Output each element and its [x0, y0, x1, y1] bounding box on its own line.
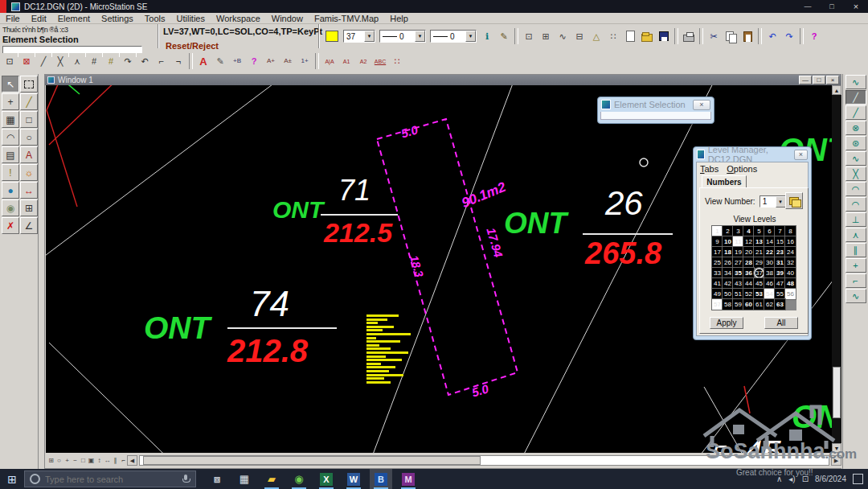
arc-mid-button[interactable]: ◠: [845, 197, 866, 212]
menu-item-window[interactable]: Window: [266, 14, 309, 23]
arc-ccw-button[interactable]: ↶: [137, 53, 153, 69]
view-control-icon[interactable]: ⌐: [120, 455, 127, 466]
maximize-button[interactable]: □: [820, 0, 844, 13]
speaker-icon[interactable]: ◂): [788, 475, 795, 483]
view-control-icon[interactable]: ▣: [88, 455, 95, 466]
save-button[interactable]: [656, 28, 672, 44]
menu-item-tools[interactable]: Tools: [139, 14, 171, 23]
change-attributes-tool[interactable]: ▤: [2, 146, 19, 163]
break-element-button[interactable]: ╱: [845, 105, 866, 120]
level-55[interactable]: 55: [775, 289, 785, 299]
view-control-icon[interactable]: +: [63, 455, 71, 466]
famis-app[interactable]: M: [397, 469, 420, 489]
window1-close-button[interactable]: ×: [826, 76, 839, 84]
level-25[interactable]: 25: [712, 257, 723, 268]
level-43[interactable]: 43: [733, 278, 743, 289]
level-33[interactable]: 33: [712, 268, 723, 278]
level-45[interactable]: 45: [754, 278, 764, 289]
corner-button[interactable]: ⌐: [845, 273, 866, 288]
level-58[interactable]: 58: [723, 299, 733, 310]
level-60[interactable]: 60: [743, 299, 754, 310]
redo-button[interactable]: ↷: [781, 28, 797, 44]
level-49[interactable]: 49: [712, 289, 723, 299]
horizontal-scrollbar[interactable]: [139, 455, 829, 466]
tab-numbers[interactable]: Numbers: [702, 175, 747, 188]
chevron-down-icon[interactable]: ▾: [776, 196, 786, 208]
drop-fence-button[interactable]: ⊟: [571, 28, 588, 44]
text-b-button[interactable]: +B: [229, 53, 245, 69]
task-view-app[interactable]: ⧈: [206, 469, 228, 489]
move-fence-button[interactable]: ⊞: [538, 28, 554, 44]
place-arc-tool[interactable]: ◠: [2, 129, 19, 146]
view-number-combo[interactable]: 1 ▾: [760, 195, 787, 208]
spell-button[interactable]: ?: [246, 53, 262, 69]
mirror-tool[interactable]: ∠: [20, 217, 38, 234]
scroll-right-icon[interactable]: ▶: [831, 455, 841, 466]
info-button[interactable]: ℹ: [479, 28, 495, 44]
level-20[interactable]: 20: [743, 247, 754, 257]
parallel-button[interactable]: ∥: [845, 243, 866, 257]
level-9[interactable]: 9: [712, 236, 723, 247]
scroll-down-icon[interactable]: ▼: [832, 443, 841, 453]
cut-button[interactable]: ✂: [706, 28, 722, 44]
level-48[interactable]: 48: [785, 278, 796, 289]
scroll-left-icon[interactable]: ◀: [127, 455, 137, 466]
curve-button[interactable]: ∿: [845, 289, 866, 303]
view-control-icon[interactable]: ⊞: [47, 455, 55, 466]
grid-lock-button[interactable]: #: [103, 53, 119, 69]
menu-tabs[interactable]: Tabs: [700, 164, 719, 174]
apply-button[interactable]: Apply: [710, 317, 743, 329]
close-icon[interactable]: ×: [794, 150, 808, 160]
chevron-down-icon[interactable]: ▾: [415, 31, 425, 42]
search-input[interactable]: [45, 475, 178, 484]
level-22[interactable]: 22: [764, 247, 775, 257]
level-18[interactable]: 18: [723, 247, 733, 257]
active-color-swatch[interactable]: [326, 31, 338, 42]
grid-button[interactable]: #: [86, 53, 102, 69]
open-file-button[interactable]: [639, 28, 655, 44]
file-explorer-app[interactable]: ▰: [260, 469, 283, 489]
weight-combo[interactable]: 0 ▾: [430, 30, 477, 43]
level-1[interactable]: 1: [712, 226, 723, 236]
level-53[interactable]: 53: [754, 289, 764, 299]
level-combo[interactable]: 37 ▾: [343, 30, 375, 43]
extend-button[interactable]: ⋏: [69, 53, 85, 69]
delete-vertex-button[interactable]: ⊠: [18, 53, 35, 69]
level-manager-dialog[interactable]: Level Manager, DC12.DGN × Tabs Options N…: [693, 146, 812, 340]
level-44[interactable]: 44: [743, 278, 754, 289]
copy-fence-button[interactable]: ⊡: [521, 28, 537, 44]
undo-button[interactable]: ↶: [764, 28, 780, 44]
level-21[interactable]: 21: [754, 247, 764, 257]
horizontal-scroll-thumb[interactable]: [143, 456, 481, 465]
fillet-button[interactable]: ⌐: [154, 53, 170, 69]
excel-app[interactable]: X: [315, 469, 338, 489]
zigzag-button[interactable]: ∿: [845, 151, 866, 166]
level-36[interactable]: 36: [743, 268, 754, 278]
calculator-app[interactable]: ▦: [233, 469, 256, 489]
microstation-app[interactable]: B: [370, 469, 392, 489]
level-6[interactable]: 6: [764, 226, 775, 236]
menu-options[interactable]: Options: [727, 164, 757, 174]
arc-top-button[interactable]: ◠: [845, 182, 866, 196]
view-control-icon[interactable]: −: [72, 455, 79, 466]
level-2[interactable]: 2: [723, 226, 733, 236]
level-35[interactable]: 35: [733, 268, 743, 278]
start-button[interactable]: ⊞: [0, 469, 24, 489]
circle-x-button[interactable]: ⊗: [845, 121, 866, 135]
place-line-button[interactable]: ╱: [35, 53, 51, 69]
level-24[interactable]: 24: [785, 247, 796, 257]
level-37[interactable]: 37: [754, 268, 764, 278]
view-control-icon[interactable]: ↔: [104, 455, 111, 466]
level-50[interactable]: 50: [723, 289, 733, 299]
paste-button[interactable]: [739, 28, 755, 44]
level-52[interactable]: 52: [743, 289, 754, 299]
level-31[interactable]: 31: [775, 257, 785, 268]
level-12[interactable]: 12: [743, 236, 754, 247]
menu-item-edit[interactable]: Edit: [26, 14, 52, 23]
select-window-button[interactable]: ⊡: [2, 53, 18, 69]
level-57[interactable]: 57: [712, 299, 723, 310]
number-button[interactable]: 1+: [297, 53, 313, 69]
smartline-tool[interactable]: ╱: [20, 93, 38, 110]
all-button[interactable]: All: [764, 317, 798, 329]
view-control-icon[interactable]: ○: [55, 455, 63, 466]
